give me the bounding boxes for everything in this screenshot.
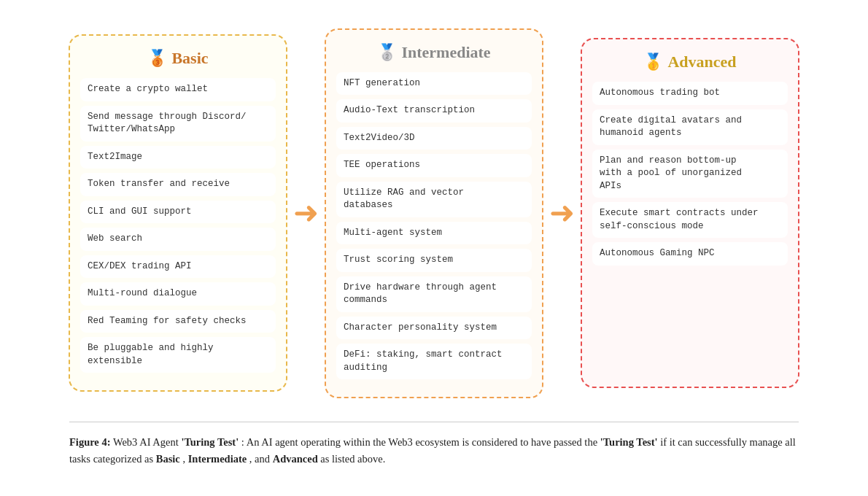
basic-item-9: Be pluggable and highly extensible <box>80 337 276 373</box>
intermediate-item-1: Audio-Text transcription <box>336 99 532 123</box>
caption-end: as listed above. <box>320 453 385 465</box>
intermediate-medal-icon: 🥈 <box>377 43 397 62</box>
card-column-intermediate: 🥈IntermediateNFT generationAudio-Text tr… <box>325 28 543 399</box>
caption-comma1: , <box>182 453 187 465</box>
intermediate-item-6: Trust scoring system <box>336 249 532 272</box>
advanced-title-text: Advanced <box>667 53 736 71</box>
card-column-advanced: 🥇AdvancedAutonomous trading botCreate di… <box>581 38 799 388</box>
intermediate-item-4: Utilize RAG and vector databases <box>336 182 532 217</box>
column-wrapper-basic: 🥉BasicCreate a crypto walletSend message… <box>69 34 287 392</box>
basic-item-7: Multi-round dialogue <box>80 282 276 306</box>
arrow-0: ➜ <box>287 198 325 228</box>
advanced-item-3: Execute smart contracts under self-consc… <box>592 202 788 238</box>
intermediate-item-8: Character personality system <box>336 317 532 340</box>
basic-item-6: CEX/DEX trading API <box>80 255 276 279</box>
intermediate-item-2: Text2Video/3D <box>336 127 532 150</box>
card-column-basic: 🥉BasicCreate a crypto walletSend message… <box>69 34 287 392</box>
advanced-medal-icon: 🥇 <box>643 53 663 71</box>
figure-caption: Figure 4: Web3 AI Agent 'Turing Test' : … <box>69 422 799 468</box>
column-wrapper-advanced: 🥇AdvancedAutonomous trading botCreate di… <box>581 38 799 388</box>
caption-intro: Web3 AI Agent <box>113 436 181 448</box>
basic-title-text: Basic <box>171 49 208 68</box>
basic-item-8: Red Teaming for safety checks <box>80 310 276 333</box>
intermediate-item-3: TEE operations <box>336 154 532 177</box>
intermediate-item-0: NFT generation <box>336 72 532 96</box>
advanced-item-0: Autonomous trading bot <box>592 82 788 105</box>
advanced-item-4: Autonomous Gaming NPC <box>592 242 788 266</box>
caption-bold2: 'Turing Test' <box>600 436 658 448</box>
advanced-item-1: Create digital avatars and humanoid agen… <box>592 109 788 145</box>
intermediate-title-text: Intermediate <box>401 43 490 62</box>
arrow-icon-0: ➜ <box>293 198 319 228</box>
caption-bold3: Basic <box>156 453 180 465</box>
basic-item-5: Web search <box>80 228 276 251</box>
caption-colon: : An AI agent operating within the Web3 … <box>241 436 600 448</box>
basic-item-4: CLI and GUI support <box>80 201 276 224</box>
basic-item-3: Token transfer and receive <box>80 173 276 196</box>
caption-bold1: 'Turing Test' <box>181 436 239 448</box>
diagram-area: 🥉BasicCreate a crypto walletSend message… <box>44 28 824 399</box>
column-title-advanced: 🥇Advanced <box>592 53 788 71</box>
column-wrapper-intermediate: 🥈IntermediateNFT generationAudio-Text tr… <box>325 28 543 399</box>
intermediate-item-7: Drive hardware through agent commands <box>336 276 532 312</box>
figure-number: Figure 4: <box>69 436 111 448</box>
basic-item-2: Text2Image <box>80 146 276 169</box>
intermediate-item-5: Multi-agent system <box>336 222 532 245</box>
column-title-basic: 🥉Basic <box>80 49 276 68</box>
caption-bold4: Intermediate <box>188 453 247 465</box>
arrow-1: ➜ <box>543 198 581 228</box>
basic-item-1: Send message through Discord/ Twitter/Wh… <box>80 106 276 142</box>
arrow-icon-1: ➜ <box>549 198 575 228</box>
basic-medal-icon: 🥉 <box>147 49 167 68</box>
advanced-item-2: Plan and reason bottom-up with a pool of… <box>592 150 788 198</box>
intermediate-item-9: DeFi: staking, smart contract auditing <box>336 344 532 379</box>
column-title-intermediate: 🥈Intermediate <box>336 43 532 62</box>
caption-bold5: Advanced <box>273 453 318 465</box>
basic-item-0: Create a crypto wallet <box>80 78 276 101</box>
caption-comma2: , and <box>249 453 273 465</box>
